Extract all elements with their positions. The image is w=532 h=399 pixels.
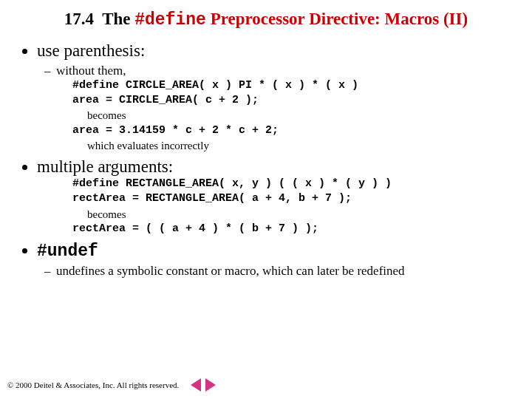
bullet-parenthesis: use parenthesis: without them, #define C… xyxy=(37,41,511,153)
sub-without-them: without them, xyxy=(56,64,511,78)
note-incorrect: which evaluates incorrectly xyxy=(87,138,511,153)
code-rect-call: rectArea = RECTANGLE_AREA( a + 4, b + 7 … xyxy=(72,191,511,206)
title-text-2: Preprocessor Directive: Macros (II) xyxy=(206,10,468,28)
code-area-expanded: area = 3.14159 * c + 2 * c + 2; xyxy=(72,123,511,138)
code-rect-expanded: rectArea = ( ( a + 4 ) * ( b + 7 ) ); xyxy=(72,222,511,236)
code-area-call: area = CIRCLE_AREA( c + 2 ); xyxy=(72,93,511,108)
slide-title: 17.4 The #define Preprocessor Directive:… xyxy=(21,9,511,31)
sub-undef-desc: undefines a symbolic constant or macro, … xyxy=(56,264,511,279)
title-mono: #define xyxy=(134,10,206,30)
prev-arrow-icon[interactable] xyxy=(191,378,201,392)
title-text-1: The xyxy=(102,10,134,28)
becomes-2: becomes xyxy=(87,207,511,222)
section-number: 17.4 xyxy=(64,10,94,28)
nav-arrows xyxy=(191,378,216,392)
becomes-1: becomes xyxy=(87,108,511,123)
code-define-rect: #define RECTANGLE_AREA( x, y ) ( ( x ) *… xyxy=(72,177,511,191)
copyright-text: © 2000 Deitel & Associates, Inc. All rig… xyxy=(7,381,179,389)
undef-label: #undef xyxy=(37,242,98,261)
bullet-parenthesis-label: use parenthesis: xyxy=(37,41,145,60)
next-arrow-icon[interactable] xyxy=(205,378,216,392)
bullet-multiple-args: multiple arguments: #define RECTANGLE_AR… xyxy=(37,157,511,236)
bullet-undef: #undef undefines a symbolic constant or … xyxy=(37,241,511,279)
bullet-multiple-args-label: multiple arguments: xyxy=(37,157,173,176)
footer: © 2000 Deitel & Associates, Inc. All rig… xyxy=(7,378,216,392)
code-define-circle: #define CIRCLE_AREA( x ) PI * ( x ) * ( … xyxy=(72,78,511,93)
